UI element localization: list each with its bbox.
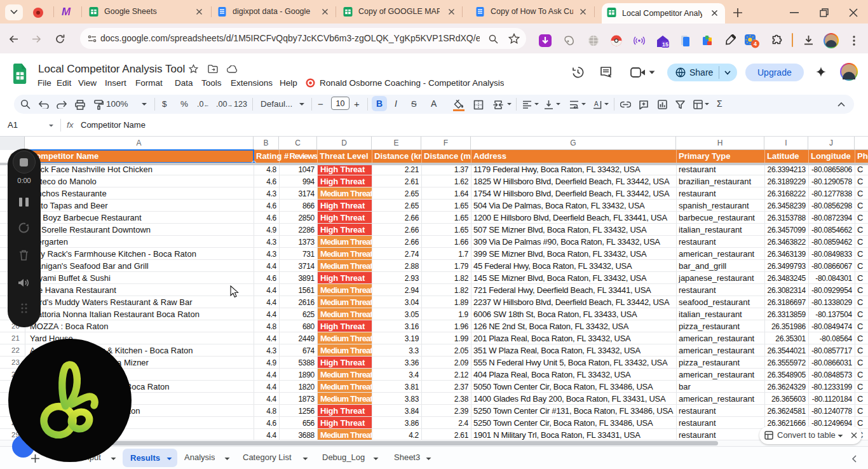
svg-text:15: 15 bbox=[662, 41, 668, 48]
svg-text:A: A bbox=[594, 100, 599, 107]
svg-text:4: 4 bbox=[754, 41, 757, 47]
